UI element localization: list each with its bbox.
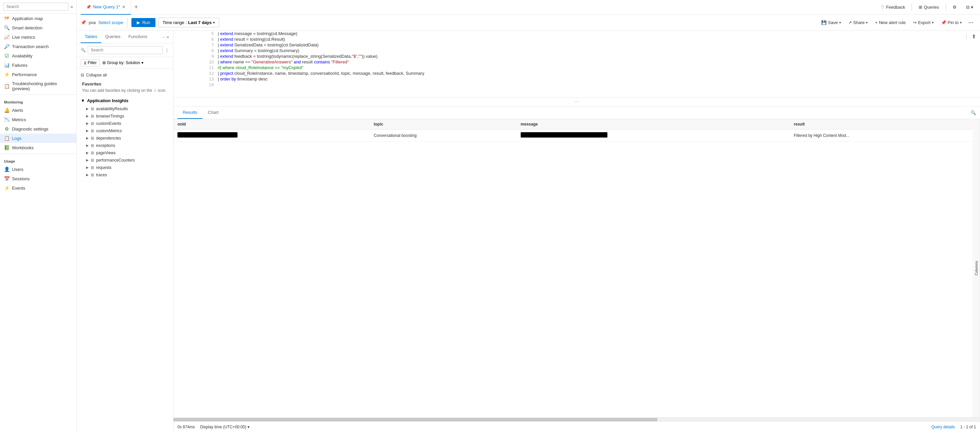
- results-tab[interactable]: Results: [177, 107, 202, 119]
- tree-chevron-icon: ▶: [86, 151, 89, 155]
- code-line-10: 10 | where name == "GenerativeAnswers" a…: [173, 59, 980, 65]
- sidebar-item-smart-detection[interactable]: 🔍 Smart detection: [0, 23, 76, 32]
- save-icon: 💾: [821, 20, 827, 25]
- col-header-topic[interactable]: topic: [369, 119, 517, 129]
- table-requests[interactable]: ▶ ⊞ requests: [77, 164, 173, 171]
- new-alert-label: New alert rule: [879, 20, 905, 25]
- export-chevron: ▾: [932, 21, 934, 24]
- queries-button[interactable]: ⊞ Queries: [916, 3, 942, 11]
- chart-tab[interactable]: Chart: [202, 107, 224, 119]
- functions-tab[interactable]: Functions: [124, 31, 151, 43]
- query-details-link[interactable]: Query details: [931, 425, 955, 429]
- sidebar-item-workbooks[interactable]: 📗 Workbooks: [0, 143, 76, 152]
- sidebar-item-performance[interactable]: ⚡ Performance: [0, 70, 76, 79]
- sidebar-item-label: Performance: [12, 72, 37, 77]
- tree-chevron-icon: ▶: [86, 136, 89, 140]
- sidebar-item-transaction-search[interactable]: 🔎 Transaction search: [0, 42, 76, 51]
- panel-collapse-button[interactable]: «: [167, 34, 169, 40]
- save-chevron: ▾: [839, 21, 841, 24]
- code-line-11: 11 //| where cloud_RoleInstance == "myCo…: [173, 65, 980, 70]
- pin-to-button[interactable]: 📌 Pin to ▾: [938, 18, 965, 27]
- run-button[interactable]: ▶ Run: [131, 18, 156, 27]
- editor-more-indicator: ···: [173, 97, 980, 107]
- app-insights-header[interactable]: ▼ Application Insights: [77, 96, 173, 105]
- sidebar-item-live-metrics[interactable]: 📈 Live metrics: [0, 32, 76, 42]
- sessions-icon: 📅: [4, 176, 10, 181]
- table-performance-counters[interactable]: ▶ ⊞ performanceCounters: [77, 156, 173, 164]
- table-availability-results[interactable]: ▶ ⊞ availabilityResults: [77, 105, 173, 113]
- panel-tab-more[interactable]: ···: [162, 34, 165, 40]
- group-by-button[interactable]: ⊞ Group by: Solution ▾: [102, 61, 143, 65]
- sidebar-search-input[interactable]: [3, 3, 68, 11]
- queries-tab[interactable]: Queries: [102, 31, 125, 43]
- table-custom-metrics[interactable]: ▶ ⊞ customMetrics: [77, 127, 173, 134]
- sidebar-item-troubleshooting[interactable]: 📋 Troubleshooting guides (preview): [0, 79, 76, 93]
- sidebar-collapse-icon[interactable]: «: [70, 4, 73, 10]
- more-options-button[interactable]: ···: [966, 18, 976, 27]
- panel-search-input[interactable]: [88, 46, 163, 54]
- collapse-all-icon: ⊟: [81, 73, 84, 77]
- tab-close-icon[interactable]: ✕: [122, 5, 126, 10]
- filter-button[interactable]: ⧖ Filter: [81, 59, 100, 67]
- results-search-icon[interactable]: 🔍: [970, 110, 976, 115]
- save-button[interactable]: 💾 Save ▾: [818, 18, 844, 27]
- select-scope-link[interactable]: Select scope: [99, 20, 123, 25]
- columns-sidebar-button[interactable]: Columns: [973, 119, 980, 417]
- sidebar-item-application-map[interactable]: 🗺 Application map: [0, 14, 76, 23]
- sidebar-item-logs[interactable]: 📋 Logs: [0, 134, 76, 143]
- workbooks-icon: 📗: [4, 145, 10, 150]
- sidebar-item-sessions[interactable]: 📅 Sessions: [0, 174, 76, 183]
- sidebar-item-failures[interactable]: 📊 Failures: [0, 61, 76, 70]
- app-insights-label: Application Insights: [87, 98, 129, 103]
- map-icon: 🗺: [4, 16, 10, 21]
- results-content: onId topic message result Conversational…: [173, 119, 980, 417]
- panel-search-options-icon[interactable]: ⋮: [165, 48, 169, 53]
- col-header-result[interactable]: result: [790, 119, 973, 129]
- settings-button[interactable]: ⚙: [950, 3, 959, 11]
- time-range-button[interactable]: Time range : Last 7 days ▾: [158, 18, 219, 27]
- cell-message: [517, 129, 790, 142]
- toolbar-sep1: [127, 18, 127, 27]
- layout-button[interactable]: ⊟ ▾: [963, 3, 976, 11]
- table-exceptions[interactable]: ▶ ⊞ exceptions: [77, 142, 173, 149]
- sidebar-item-users[interactable]: 👤 Users: [0, 164, 76, 174]
- sidebar-item-alerts[interactable]: 🔔 Alerts: [0, 105, 76, 115]
- add-tab-button[interactable]: +: [131, 0, 142, 15]
- collapse-all-button[interactable]: ⊟ Collapse all: [77, 72, 173, 79]
- share-button[interactable]: ↗ Share ▾: [845, 18, 871, 27]
- code-editor[interactable]: 5 | extend message = tostring(cd.Message…: [173, 31, 980, 97]
- run-label: Run: [142, 20, 150, 25]
- feedback-button[interactable]: ♡ Feedback: [878, 3, 908, 11]
- group-by-icon: ⊞: [102, 61, 106, 65]
- table-custom-events[interactable]: ▶ ⊞ customEvents: [77, 120, 173, 127]
- code-lines: 5 | extend message = tostring(cd.Message…: [173, 31, 980, 88]
- sidebar-item-availability[interactable]: ☑ Availability: [0, 51, 76, 61]
- results-table: onId topic message result Conversational…: [173, 119, 973, 417]
- sidebar-item-metrics[interactable]: 📉 Metrics: [0, 115, 76, 124]
- top-bar: 📌 New Query 1* ✕ + ♡ Feedback ⊞ Queries …: [77, 0, 980, 15]
- query-tab[interactable]: 📌 New Query 1* ✕: [81, 0, 131, 15]
- table-page-views[interactable]: ▶ ⊞ pageViews: [77, 149, 173, 156]
- table-dependencies[interactable]: ▶ ⊞ dependencies: [77, 134, 173, 142]
- sidebar-item-events[interactable]: ⚡ Events: [0, 183, 76, 193]
- share-chevron: ▾: [866, 21, 868, 24]
- tables-tab[interactable]: Tables: [81, 31, 102, 43]
- new-alert-icon: +: [875, 20, 878, 25]
- queries-label: Queries: [924, 5, 939, 10]
- sidebar-item-label: Diagnostic settings: [12, 126, 48, 132]
- table-browser-timings[interactable]: ▶ ⊞ browserTimings: [77, 113, 173, 120]
- col-header-message[interactable]: message: [517, 119, 790, 129]
- sidebar-item-diagnostic-settings[interactable]: ⚙ Diagnostic settings: [0, 124, 76, 134]
- table-traces[interactable]: ▶ ⊞ traces: [77, 171, 173, 179]
- export-button[interactable]: ↪ Export ▾: [910, 18, 937, 27]
- result-count: 1 - 1 of 1: [960, 425, 976, 429]
- filter-icon: ⧖: [84, 61, 86, 65]
- cell-onid: [173, 129, 369, 142]
- col-header-onid[interactable]: onId: [173, 119, 369, 129]
- table-row[interactable]: Conversational boosting Filtered by High…: [173, 129, 973, 142]
- editor-collapse-button[interactable]: ⬆: [972, 33, 976, 40]
- tree-chevron-icon: ▶: [86, 121, 89, 125]
- new-alert-button[interactable]: + New alert rule: [872, 18, 909, 27]
- scroll-bar[interactable]: [173, 417, 980, 421]
- display-time-chevron[interactable]: ▾: [248, 425, 250, 429]
